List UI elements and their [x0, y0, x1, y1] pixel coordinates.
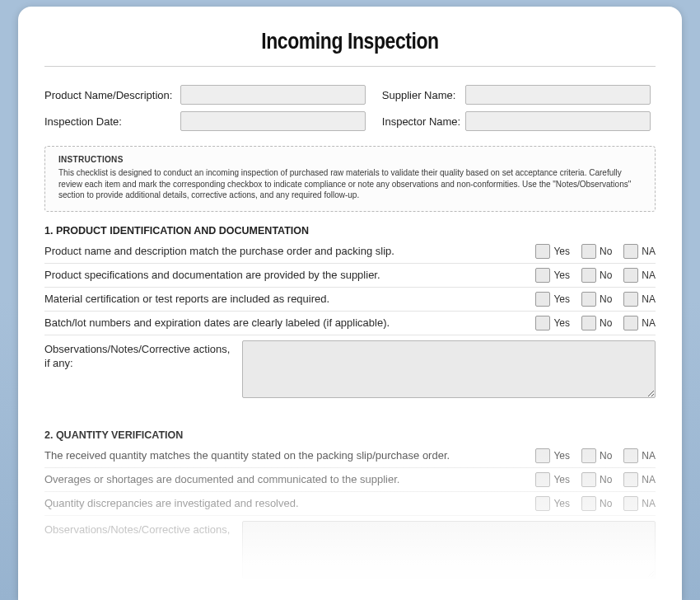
header-fields: Product Name/Description: Supplier Name:…	[44, 82, 656, 134]
checkbox-no[interactable]	[581, 472, 596, 487]
inspection-date-label: Inspection Date:	[44, 108, 180, 134]
title-divider	[44, 66, 656, 67]
check-label-yes: Yes	[553, 450, 570, 462]
checkbox-yes[interactable]	[535, 292, 550, 307]
inspector-name-label: Inspector Name:	[371, 108, 465, 134]
check-label-na: NA	[642, 498, 656, 509]
checklist-item: Product specifications and documentation…	[44, 264, 656, 288]
section-2-notes: Observations/Notes/Corrective actions,	[44, 521, 656, 579]
check-label-na: NA	[642, 293, 656, 305]
checkbox-na[interactable]	[623, 472, 638, 487]
section-2-title: 2. QUANTITY VERIFICATION	[44, 429, 656, 441]
check-label-yes: Yes	[553, 246, 570, 257]
notes-textarea[interactable]	[242, 521, 656, 579]
check-label-yes: Yes	[553, 317, 570, 329]
notes-label: Observations/Notes/Corrective actions,	[44, 521, 234, 579]
supplier-name-input[interactable]	[465, 85, 651, 105]
checklist-item: Overages or shortages are documented and…	[44, 468, 656, 492]
checklist-item-text: Quantity discrepancies are investigated …	[44, 497, 535, 509]
checkbox-no[interactable]	[581, 316, 596, 330]
checklist-item-text: Overages or shortages are documented and…	[44, 473, 535, 485]
check-label-yes: Yes	[553, 293, 570, 305]
check-label-na: NA	[642, 317, 656, 329]
checklist-item-text: Batch/lot numbers and expiration dates a…	[44, 316, 535, 329]
checkbox-na[interactable]	[623, 268, 638, 283]
checkbox-na[interactable]	[623, 448, 638, 463]
check-label-no: No	[600, 474, 612, 485]
checkbox-no[interactable]	[581, 268, 596, 283]
checkbox-na[interactable]	[623, 496, 638, 511]
check-label-yes: Yes	[553, 474, 570, 485]
checklist-item-text: Product name and description match the p…	[44, 245, 535, 257]
checkbox-na[interactable]	[623, 292, 638, 307]
checklist-item-text: The received quantity matches the quanti…	[44, 449, 535, 462]
page-background: Incoming Inspection Product Name/Descrip…	[0, 0, 700, 600]
check-label-yes: Yes	[553, 270, 570, 281]
check-label-no: No	[600, 246, 612, 257]
supplier-name-label: Supplier Name:	[371, 82, 465, 108]
notes-textarea[interactable]	[242, 340, 656, 398]
check-label-no: No	[600, 270, 612, 281]
instructions-heading: INSTRUCTIONS	[58, 155, 642, 164]
inspector-name-input[interactable]	[465, 111, 651, 131]
inspection-date-input[interactable]	[180, 111, 366, 131]
product-name-label: Product Name/Description:	[44, 82, 180, 108]
section-1-notes: Observations/Notes/Corrective actions, i…	[44, 340, 656, 398]
check-label-na: NA	[642, 450, 656, 462]
check-label-no: No	[600, 450, 612, 462]
checkbox-yes[interactable]	[535, 496, 550, 511]
checkbox-yes[interactable]	[535, 244, 550, 259]
check-label-na: NA	[642, 246, 656, 257]
checkbox-no[interactable]	[581, 244, 596, 259]
checkbox-yes[interactable]	[535, 448, 550, 463]
checkbox-na[interactable]	[623, 244, 638, 259]
instructions-body: This checklist is designed to conduct an…	[58, 167, 642, 201]
checkbox-yes[interactable]	[535, 268, 550, 283]
check-label-yes: Yes	[553, 498, 570, 509]
checklist-item-text: Product specifications and documentation…	[44, 269, 535, 281]
checklist-item: Product name and description match the p…	[44, 240, 656, 264]
product-name-input[interactable]	[180, 85, 366, 105]
check-label-na: NA	[642, 270, 656, 281]
checklist-item-text: Material certification or test reports a…	[44, 293, 535, 305]
notes-label: Observations/Notes/Corrective actions, i…	[44, 340, 234, 398]
check-label-na: NA	[642, 474, 656, 485]
page-title: Incoming Inspection	[100, 28, 600, 54]
checkbox-no[interactable]	[581, 496, 596, 511]
checklist-item: Batch/lot numbers and expiration dates a…	[44, 312, 656, 335]
checkbox-yes[interactable]	[535, 316, 550, 330]
checkbox-na[interactable]	[623, 316, 638, 330]
checklist-item: Material certification or test reports a…	[44, 288, 656, 312]
instructions-box: INSTRUCTIONS This checklist is designed …	[44, 146, 656, 212]
form-sheet: Incoming Inspection Product Name/Descrip…	[18, 7, 682, 600]
section-1-title: 1. PRODUCT IDENTIFICATION AND DOCUMENTAT…	[44, 225, 656, 237]
checkbox-yes[interactable]	[535, 472, 550, 487]
checklist-item: Quantity discrepancies are investigated …	[44, 492, 656, 516]
checkbox-no[interactable]	[581, 292, 596, 307]
checkbox-no[interactable]	[581, 448, 596, 463]
check-label-no: No	[600, 498, 612, 509]
check-label-no: No	[600, 293, 612, 305]
check-label-no: No	[600, 317, 612, 329]
checklist-item: The received quantity matches the quanti…	[44, 444, 656, 468]
